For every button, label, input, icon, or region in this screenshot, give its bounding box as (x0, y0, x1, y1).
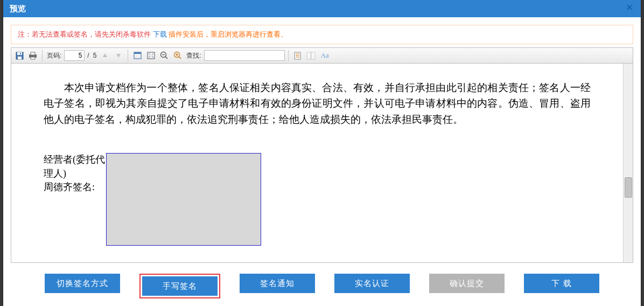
signature-row: 经营者(委托代理人) 周德齐签名: (44, 153, 591, 246)
svg-rect-11 (148, 52, 155, 59)
separator (128, 50, 128, 61)
find-label: 查找: (185, 51, 202, 60)
action-buttons: 切换签名方式 手写签名 签名通知 实名认证 确认提交 下 载 (11, 263, 633, 306)
document-page: 本次申请文档作为一个整体，签名人保证相关内容真实、合法、有效，并自行承担由此引起… (11, 64, 623, 262)
page-total: 5 (92, 52, 98, 59)
separator (42, 50, 43, 61)
svg-rect-3 (20, 53, 21, 54)
svg-line-15 (152, 56, 153, 58)
single-page-icon[interactable] (292, 50, 304, 61)
modal-body: 注：若无法查看或签名，请先关闭杀毒软件 下载 插件安装后，重启浏览器再进行查看。… (3, 17, 641, 306)
sign-notice-button[interactable]: 签名通知 (240, 274, 315, 293)
svg-marker-7 (103, 53, 107, 57)
svg-line-13 (152, 53, 153, 55)
svg-marker-8 (116, 54, 121, 58)
svg-line-12 (149, 53, 150, 55)
confirm-submit-button: 确认提交 (429, 274, 505, 293)
viewer-toolbar: 页码: / 5 (11, 48, 633, 64)
notice-text-2: 插件安装后，重启浏览器再进行查看。 (167, 30, 288, 38)
print-icon[interactable] (27, 50, 39, 61)
svg-rect-1 (17, 52, 22, 55)
scrollbar[interactable] (623, 64, 633, 262)
document-paragraph: 本次申请文档作为一个整体，签名人保证相关内容真实、合法、有效，并自行承担由此引起… (44, 80, 591, 127)
switch-sign-mode-button[interactable]: 切换签名方式 (45, 274, 120, 293)
signature-box[interactable] (106, 153, 261, 246)
two-page-icon[interactable] (305, 50, 317, 61)
notice-bar: 注：若无法查看或签名，请先关闭杀毒软件 下载 插件安装后，重启浏览器再进行查看。 (11, 25, 633, 44)
notice-prefix: 注： (18, 30, 32, 38)
page-sep: / (86, 52, 90, 59)
find-input[interactable] (204, 50, 285, 61)
notice-text-1: 若无法查看或签名，请先关闭杀毒软件 (32, 30, 153, 38)
document-area[interactable]: 本次申请文档作为一个整体，签名人保证相关内容真实、合法、有效，并自行承担由此引起… (11, 64, 623, 262)
highlight-frame: 手写签名 (139, 274, 220, 298)
svg-rect-27 (307, 52, 311, 59)
page-label: 页码: (46, 51, 62, 60)
close-icon[interactable]: × (625, 4, 634, 13)
svg-rect-2 (18, 57, 22, 59)
page-input[interactable] (64, 50, 85, 61)
svg-rect-10 (134, 52, 141, 54)
download-link[interactable]: 下载 (153, 30, 167, 38)
signature-label-2: 周德齐签名: (44, 180, 106, 194)
realname-auth-button[interactable]: 实名认证 (334, 274, 410, 293)
svg-rect-28 (311, 52, 315, 59)
signature-label-1: 经营者(委托代理人) (44, 153, 106, 180)
scroll-thumb[interactable] (625, 177, 632, 198)
svg-line-14 (149, 56, 150, 58)
fit-width-icon[interactable] (145, 50, 157, 61)
fit-page-icon[interactable] (131, 50, 143, 61)
zoom-in-icon[interactable] (172, 50, 184, 61)
preview-modal: 预览 × 注：若无法查看或签名，请先关闭杀毒软件 下载 插件安装后，重启浏览器再… (3, 0, 641, 306)
prev-page-icon[interactable] (99, 50, 111, 61)
download-button[interactable]: 下 载 (524, 274, 599, 293)
svg-rect-5 (31, 52, 35, 55)
svg-line-18 (165, 57, 167, 59)
svg-line-22 (179, 57, 181, 59)
modal-title: 预览 (10, 4, 26, 14)
svg-rect-6 (31, 57, 35, 59)
modal-header: 预览 × (3, 0, 641, 17)
save-icon[interactable] (13, 50, 25, 61)
separator (288, 50, 289, 61)
zoom-out-icon[interactable] (158, 50, 170, 61)
signature-labels: 经营者(委托代理人) 周德齐签名: (44, 153, 106, 194)
text-select-icon[interactable]: Aa (319, 51, 331, 60)
next-page-icon[interactable] (113, 50, 124, 61)
handwrite-sign-button[interactable]: 手写签名 (142, 276, 218, 296)
pdf-viewer: 页码: / 5 (11, 47, 633, 263)
viewer-body: 本次申请文档作为一个整体，签名人保证相关内容真实、合法、有效，并自行承担由此引起… (11, 64, 633, 262)
